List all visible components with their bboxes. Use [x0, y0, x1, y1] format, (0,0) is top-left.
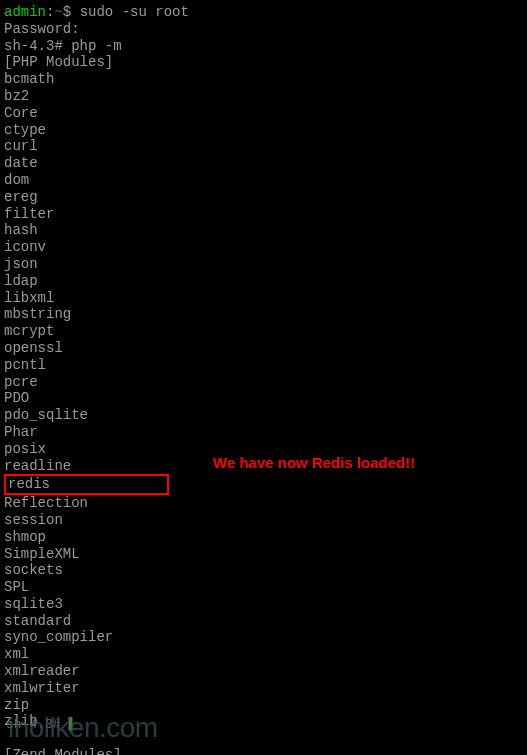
- terminal-line: standard: [4, 613, 523, 630]
- terminal-line: PDO: [4, 390, 523, 407]
- highlighted-module-row: redis: [4, 474, 523, 495]
- modules-list: bcmathbz2Corectypecurldatedomeregfilterh…: [4, 71, 523, 474]
- terminal-line: filter: [4, 206, 523, 223]
- lines-before: Password:sh-4.3# php -m[PHP Modules]: [4, 21, 523, 71]
- terminal-line: [Zend Modules]: [4, 747, 523, 755]
- terminal-line: mcrypt: [4, 323, 523, 340]
- terminal-line: sockets: [4, 562, 523, 579]
- terminal-line: pcre: [4, 374, 523, 391]
- terminal-line: bcmath: [4, 71, 523, 88]
- terminal-line: xmlwriter: [4, 680, 523, 697]
- terminal-line: shmop: [4, 529, 523, 546]
- modules-after-list: ReflectionsessionshmopSimpleXMLsocketsSP…: [4, 495, 523, 730]
- terminal-line: session: [4, 512, 523, 529]
- terminal-line: ldap: [4, 273, 523, 290]
- terminal-line: pdo_sqlite: [4, 407, 523, 424]
- terminal-line: xmlreader: [4, 663, 523, 680]
- terminal-line: json: [4, 256, 523, 273]
- terminal-line: Core: [4, 105, 523, 122]
- prompt-line: admin:~$ sudo -su root: [4, 4, 523, 21]
- terminal-line: syno_compiler: [4, 629, 523, 646]
- terminal-line: SPL: [4, 579, 523, 596]
- prompt-dollar: $: [63, 4, 71, 20]
- terminal-line: sh-4.3# php -m: [4, 38, 523, 55]
- annotation-text: We have now Redis loaded!!: [213, 454, 415, 472]
- terminal-output: admin:~$ sudo -su root Password:sh-4.3# …: [4, 4, 523, 755]
- terminal-line: Password:: [4, 21, 523, 38]
- terminal-line: openssl: [4, 340, 523, 357]
- terminal-line: date: [4, 155, 523, 172]
- terminal-line: hash: [4, 222, 523, 239]
- redis-highlight: redis: [4, 474, 169, 495]
- terminal-line: pcntl: [4, 357, 523, 374]
- terminal-line: Phar: [4, 424, 523, 441]
- terminal-line: [PHP Modules]: [4, 54, 523, 71]
- terminal-line: Reflection: [4, 495, 523, 512]
- terminal-line: xml: [4, 646, 523, 663]
- terminal-line: ctype: [4, 122, 523, 139]
- terminal-line: bz2: [4, 88, 523, 105]
- terminal-line: ereg: [4, 189, 523, 206]
- terminal-line: dom: [4, 172, 523, 189]
- watermark: ihollken.com: [8, 711, 158, 745]
- prompt-tilde: ~: [54, 4, 62, 20]
- terminal-line: libxml: [4, 290, 523, 307]
- terminal-line: sqlite3: [4, 596, 523, 613]
- terminal-line: mbstring: [4, 306, 523, 323]
- terminal-line: SimpleXML: [4, 546, 523, 563]
- prompt-command: sudo -su root: [71, 4, 189, 20]
- terminal-line: iconv: [4, 239, 523, 256]
- terminal-line: curl: [4, 138, 523, 155]
- prompt-user: admin: [4, 4, 46, 20]
